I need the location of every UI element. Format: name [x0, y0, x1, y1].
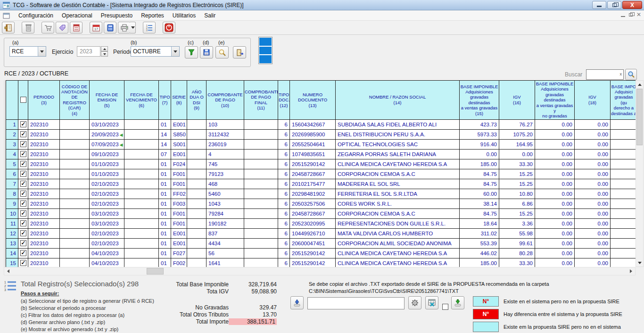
cell-igv16: 6.86: [499, 199, 535, 208]
cart-button[interactable]: [41, 22, 54, 33]
menu-presupuesto[interactable]: Presupuesto: [97, 11, 137, 20]
scroll-down-button[interactable]: [636, 259, 643, 266]
row-check-cell: ✓: [18, 129, 28, 139]
minimize-icon: [597, 6, 602, 7]
green-back-arrow-icon: ◀: [120, 142, 123, 147]
row-checkbox[interactable]: ✓: [20, 141, 26, 147]
restore-button[interactable]: [607, 1, 621, 9]
cell-periodo: 202310: [28, 159, 60, 169]
mdi-minimize-button[interactable]: [621, 16, 625, 17]
scroll-up-button[interactable]: [636, 81, 643, 88]
svg-text:1: 1: [4, 281, 6, 284]
eject-button[interactable]: [290, 296, 304, 309]
generate-file-button[interactable]: [200, 46, 213, 58]
trash-button[interactable]: [22, 22, 34, 33]
row-checkbox[interactable]: ✓: [20, 200, 26, 207]
cell-numdoc: 20515290142: [290, 248, 336, 258]
row-checkbox[interactable]: ✓: [20, 171, 26, 177]
print-dropdown-button[interactable]: [130, 22, 136, 33]
eject-up-icon: [293, 299, 301, 307]
menu-operacional[interactable]: Operacional: [58, 11, 97, 20]
register-type-dropdown[interactable]: [38, 47, 46, 56]
calendar-button[interactable]: 17: [90, 22, 102, 33]
cell-tdoc: 6: [278, 238, 290, 248]
cell-base17: 0.00: [535, 189, 575, 199]
cell-car: [60, 159, 90, 169]
total-importe-value: 388,151.71: [229, 318, 277, 325]
filter-button[interactable]: [185, 46, 198, 58]
cell-comp_final: [244, 119, 278, 129]
row-check-cell: ✓: [18, 149, 28, 159]
cell-numdoc: 20552504641: [290, 139, 336, 149]
calculator-button[interactable]: [104, 22, 116, 33]
cell-tdoc: 6: [278, 149, 290, 159]
export-filename-input[interactable]: [307, 297, 405, 309]
cell-dua: [187, 248, 206, 258]
select-all-checkbox[interactable]: [20, 97, 26, 103]
table-export-button[interactable]: [425, 296, 438, 309]
table-row: 12✓20231002/10/202301E001837610449926710…: [6, 228, 636, 238]
minimize-button[interactable]: [592, 1, 606, 9]
spin-down-button[interactable]: [101, 51, 108, 57]
column-header: FECHA DE EMISION (5): [90, 81, 124, 120]
mdi-close-button[interactable]: ✕: [636, 12, 641, 17]
menu-utilitarios[interactable]: Utilitarios: [168, 11, 200, 20]
search-button[interactable]: [625, 69, 637, 80]
register-type-value: RCE: [10, 47, 38, 56]
row-checkbox[interactable]: ✓: [20, 220, 26, 226]
vertical-scrollbar[interactable]: [636, 80, 644, 267]
row-checkbox[interactable]: ✓: [20, 161, 26, 167]
row-checkbox[interactable]: ✓: [20, 230, 26, 236]
blue-block: [259, 47, 272, 55]
scroll-left-button[interactable]: [4, 267, 12, 275]
download-button[interactable]: [451, 296, 464, 309]
menu-reportes[interactable]: Reportes: [137, 11, 168, 20]
clear-search-icon[interactable]: x: [620, 72, 622, 76]
cash-register-button[interactable]: [70, 22, 83, 33]
list-button[interactable]: 123: [143, 22, 156, 33]
scroll-right-button[interactable]: [627, 267, 635, 275]
periodo-select[interactable]: OCTUBRE: [131, 46, 180, 57]
cell-igv16: 99.61: [499, 238, 535, 248]
cell-numdoc: 20458728667: [290, 169, 336, 179]
select-all-header[interactable]: [18, 81, 28, 120]
restore-icon: [612, 3, 617, 7]
ejercicio-spinner[interactable]: [101, 46, 108, 57]
vscroll-thumb[interactable]: [636, 89, 643, 145]
option-checkbox[interactable]: [442, 304, 448, 310]
menu-salir[interactable]: Salir: [200, 11, 220, 20]
row-checkbox[interactable]: ✓: [20, 191, 26, 197]
hscroll-thumb[interactable]: [147, 268, 164, 275]
register-type-select[interactable]: RCE: [9, 46, 46, 57]
ejercicio-input[interactable]: 2023: [77, 46, 100, 57]
green-back-arrow-icon: ◀: [120, 133, 123, 137]
tag-button[interactable]: [56, 22, 68, 33]
cell-numdoc: 20523020995: [290, 218, 336, 228]
row-checkbox[interactable]: ✓: [20, 210, 26, 216]
settings-button[interactable]: [408, 296, 421, 309]
label-e: (e): [218, 40, 224, 45]
mdi-restore-button[interactable]: [629, 13, 633, 17]
row-checkbox[interactable]: ✓: [20, 151, 26, 157]
search-input[interactable]: x: [586, 69, 624, 80]
row-checkbox[interactable]: ✓: [20, 181, 26, 187]
cell-tipo: 01: [159, 169, 171, 179]
horizontal-scrollbar[interactable]: [4, 267, 636, 275]
table-row: 4✓20231009/10/202307E0014610749835651ZEG…: [6, 149, 636, 159]
row-checkbox[interactable]: ✓: [20, 250, 26, 256]
row-check-cell: ✓: [18, 169, 28, 179]
row-checkbox[interactable]: ✓: [20, 240, 26, 246]
row-checkbox[interactable]: ✓: [20, 131, 26, 137]
exit-button[interactable]: [233, 46, 246, 58]
print-button[interactable]: [118, 22, 131, 33]
row-checkbox[interactable]: ✓: [20, 121, 26, 127]
notebook-button[interactable]: [2, 22, 15, 33]
close-button[interactable]: X: [622, 1, 642, 9]
show-file-button[interactable]: [215, 46, 229, 58]
spin-up-button[interactable]: [101, 46, 108, 51]
periodo-dropdown[interactable]: [171, 47, 179, 56]
no-gravadas-value: 329.47: [229, 304, 277, 311]
row-checkbox[interactable]: ✓: [20, 260, 26, 266]
power-button[interactable]: [163, 22, 175, 33]
menu-configuracion[interactable]: Configuración: [14, 11, 58, 20]
